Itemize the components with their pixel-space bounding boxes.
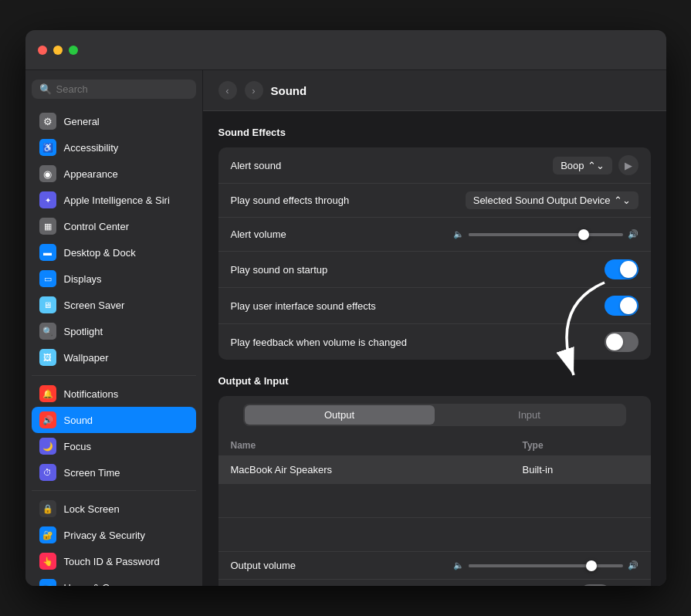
sidebar-label-lock-screen: Lock Screen (64, 503, 120, 515)
sidebar-label-touch-id: Touch ID & Password (64, 556, 160, 567)
apple-intelligence-icon: ✦ (39, 191, 56, 208)
sidebar-divider-1 (32, 375, 196, 376)
alert-sound-label: Alert sound (231, 160, 282, 171)
tab-input[interactable]: Input (435, 405, 625, 425)
alert-sound-value: Boop (561, 160, 584, 171)
ui-sounds-toggle[interactable] (605, 296, 638, 316)
table-row-empty-1 (218, 484, 651, 518)
appearance-icon: ◉ (39, 165, 56, 182)
back-button[interactable]: ‹ (218, 81, 237, 100)
alert-sound-row: Alert sound Boop ⌃⌄ ▶ (218, 147, 651, 184)
play-startup-row: Play sound on startup (218, 252, 651, 288)
sound-effects-title: Sound Effects (218, 127, 651, 138)
notifications-icon: 🔔 (39, 385, 56, 402)
general-icon: ⚙ (39, 113, 56, 130)
output-volume-track[interactable] (469, 564, 623, 567)
sidebar-label-wallpaper: Wallpaper (64, 352, 109, 364)
chevron-updown-icon: ⌃⌄ (588, 160, 605, 171)
play-startup-toggle[interactable] (605, 259, 638, 279)
feedback-volume-row: Play feedback when volume is changed (218, 324, 651, 360)
feedback-volume-knob (606, 333, 623, 350)
table-header: Name Type (218, 435, 651, 456)
sidebar-item-users[interactable]: 👥 Users & Groups (32, 574, 196, 586)
sidebar-item-notifications[interactable]: 🔔 Notifications (32, 381, 196, 407)
sidebar-item-desktop-dock[interactable]: ▬ Desktop & Dock (32, 239, 196, 266)
alert-volume-fill (469, 233, 584, 236)
screen-time-icon: ⏱ (39, 464, 56, 481)
output-volume-thumb[interactable] (586, 560, 597, 571)
sidebar-label-privacy: Privacy & Security (64, 530, 145, 541)
mute-toggle[interactable] (581, 584, 610, 586)
output-input-card: Output Input Name Type MacBook Air Speak… (218, 396, 651, 586)
output-input-wrapper: Output & Input Output Input Name (218, 375, 651, 586)
sidebar-item-touch-id[interactable]: 👆 Touch ID & Password (32, 548, 196, 574)
sidebar-item-spotlight[interactable]: 🔍 Spotlight (32, 318, 196, 344)
accessibility-icon: ♿ (39, 139, 56, 156)
mute-row: Mute (218, 580, 651, 586)
play-through-row: Play sound effects through Selected Soun… (218, 184, 651, 218)
alert-sound-control: Boop ⌃⌄ ▶ (553, 155, 638, 175)
sidebar-item-appearance[interactable]: ◉ Appearance (32, 161, 196, 187)
traffic-lights (38, 46, 78, 55)
title-bar (25, 30, 666, 70)
sidebar-item-wallpaper[interactable]: 🖼 Wallpaper (32, 344, 196, 371)
feedback-volume-toggle[interactable] (605, 332, 638, 352)
sidebar-item-general[interactable]: ⚙ General (32, 108, 196, 134)
sidebar-item-apple-intelligence[interactable]: ✦ Apple Intelligence & Siri (32, 187, 196, 213)
main-content: ‹ › Sound Sound Effects Alert sound Boop… (203, 70, 666, 586)
volume-high-icon: 🔊 (628, 229, 638, 239)
alert-volume-thumb[interactable] (578, 229, 589, 240)
sidebar-divider-2 (32, 490, 196, 491)
sidebar-item-screen-time[interactable]: ⏱ Screen Time (32, 459, 196, 486)
sidebar-label-apple-intelligence: Apple Intelligence & Siri (64, 195, 170, 206)
focus-icon: 🌙 (39, 438, 56, 455)
sidebar-item-sound[interactable]: 🔊 Sound (32, 407, 196, 433)
alert-sound-dropdown[interactable]: Boop ⌃⌄ (553, 157, 611, 174)
search-bar[interactable]: 🔍 (32, 80, 196, 99)
output-volume-fill (469, 564, 592, 567)
desktop-dock-icon: ▬ (39, 244, 56, 261)
alert-volume-track[interactable] (469, 233, 623, 236)
lock-screen-icon: 🔒 (39, 500, 56, 517)
tab-bar-wrapper: Output Input (218, 396, 651, 426)
sidebar-label-screen-time: Screen Time (64, 467, 120, 479)
play-button[interactable]: ▶ (618, 155, 638, 175)
tab-output[interactable]: Output (245, 405, 435, 425)
sidebar-item-lock-screen[interactable]: 🔒 Lock Screen (32, 496, 196, 522)
table-row[interactable]: MacBook Air Speakers Built-in (218, 456, 651, 484)
screen-saver-icon: 🖥 (39, 296, 56, 313)
table-row-empty-2 (218, 518, 651, 552)
sidebar-label-users: Users & Groups (64, 582, 135, 587)
ui-sounds-knob (620, 297, 637, 314)
sidebar-label-control-center: Control Center (64, 221, 130, 232)
sidebar-label-notifications: Notifications (64, 388, 119, 400)
alert-volume-label: Alert volume (231, 228, 286, 240)
close-button[interactable] (38, 46, 47, 55)
alert-volume-control: 🔈 🔊 (453, 229, 638, 239)
tab-bar: Output Input (243, 404, 626, 426)
sidebar-item-privacy[interactable]: 🔐 Privacy & Security (32, 522, 196, 548)
sidebar-item-control-center[interactable]: ▦ Control Center (32, 213, 196, 239)
sound-icon: 🔊 (39, 411, 56, 428)
output-volume-row: Output volume 🔈 🔊 (218, 552, 651, 580)
users-icon: 👥 (39, 579, 56, 586)
play-startup-knob (620, 261, 637, 278)
play-through-dropdown[interactable]: Selected Sound Output Device ⌃⌄ (466, 191, 638, 209)
sidebar-item-focus[interactable]: 🌙 Focus (32, 433, 196, 459)
sidebar-item-screen-saver[interactable]: 🖥 Screen Saver (32, 292, 196, 318)
sound-effects-card: Alert sound Boop ⌃⌄ ▶ Play sound effects… (218, 147, 651, 360)
sidebar-group-3: 🔒 Lock Screen 🔐 Privacy & Security 👆 Tou… (32, 496, 196, 586)
sidebar-item-displays[interactable]: ▭ Displays (32, 266, 196, 292)
forward-button[interactable]: › (245, 81, 263, 100)
volume-low-icon: 🔈 (453, 229, 464, 239)
maximize-button[interactable] (69, 46, 78, 55)
main-header: ‹ › Sound (203, 70, 666, 111)
sidebar-label-spotlight: Spotlight (64, 326, 103, 337)
search-icon: 🔍 (39, 83, 52, 95)
minimize-button[interactable] (53, 46, 63, 55)
sidebar-label-general: General (64, 116, 100, 127)
chevron-updown-icon-2: ⌃⌄ (614, 195, 631, 206)
search-input[interactable] (56, 83, 188, 95)
touch-id-icon: 👆 (39, 553, 56, 570)
sidebar-item-accessibility[interactable]: ♿ Accessibility (32, 134, 196, 161)
